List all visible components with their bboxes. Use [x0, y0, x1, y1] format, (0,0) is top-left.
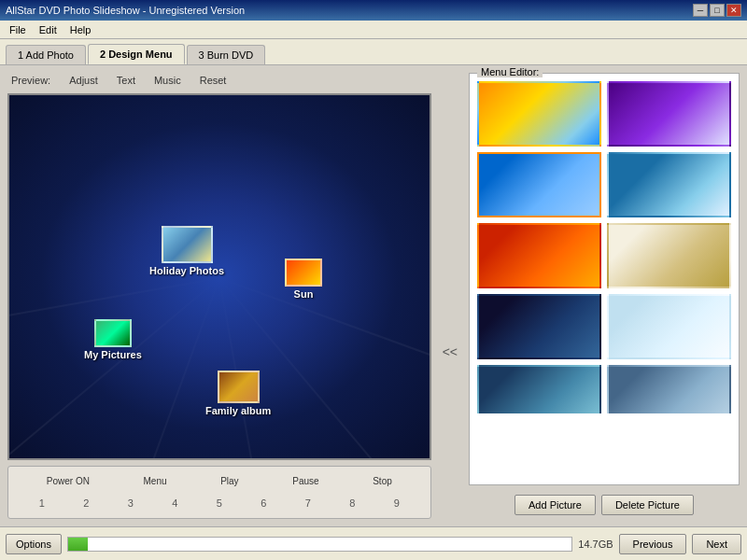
menu-editor-box: Menu Editor: [469, 73, 740, 485]
toolbar-text[interactable]: Text [117, 75, 135, 86]
dvd-num-8[interactable]: 8 [345, 496, 359, 511]
preview-area: Holiday Photos Sun My Pictures Family al… [7, 93, 431, 460]
preview-holiday-photos[interactable]: Holiday Photos [149, 226, 224, 276]
thumb-holiday [162, 226, 213, 263]
main-content: Preview: Adjust Text Music Reset Holiday… [0, 65, 747, 526]
options-button[interactable]: Options [6, 534, 62, 554]
label-holiday: Holiday Photos [149, 265, 224, 276]
tab-bar: 1 Add Photo 2 Design Menu 3 Burn DVD [0, 39, 747, 65]
editor-buttons: Add Picture Delete Picture [469, 491, 740, 519]
menu-thumb-3[interactable] [477, 152, 601, 217]
menu-thumb-10[interactable] [607, 365, 731, 413]
dvd-controls: Power ON Menu Play Pause Stop 1 2 3 4 5 … [7, 466, 431, 519]
menu-thumb-7[interactable] [477, 294, 601, 359]
dvd-pause[interactable]: Pause [289, 474, 322, 488]
toolbar-music[interactable]: Music [154, 75, 181, 86]
maximize-button[interactable]: □ [710, 4, 725, 17]
dvd-buttons-row: Power ON Menu Play Pause Stop [20, 474, 419, 488]
menu-thumb-9[interactable] [477, 365, 601, 413]
title-bar: AllStar DVD Photo Slideshow - Unregister… [0, 0, 747, 21]
label-sun: Sun [294, 288, 314, 300]
tab-add-photo[interactable]: 1 Add Photo [6, 45, 86, 64]
menu-bar: File Edit Help [0, 21, 747, 39]
menu-thumb-6[interactable] [607, 223, 731, 288]
menu-thumb-1[interactable] [477, 81, 601, 147]
menu-edit[interactable]: Edit [34, 22, 63, 37]
thumb-mypic [94, 319, 132, 347]
title-text: AllStar DVD Photo Slideshow - Unregister… [6, 5, 245, 16]
menu-editor-label: Menu Editor: [477, 66, 543, 77]
tab-burn-dvd[interactable]: 3 Burn DVD [187, 45, 266, 64]
dvd-num-5[interactable]: 5 [213, 496, 226, 511]
dvd-num-4[interactable]: 4 [168, 496, 181, 511]
status-bar: Options 14.7GB Previous Next [0, 526, 747, 560]
menu-thumb-4[interactable] [607, 152, 731, 217]
storage-label: 14.7GB [578, 539, 613, 550]
toolbar-row: Preview: Adjust Text Music Reset [7, 73, 431, 88]
dvd-num-6[interactable]: 6 [257, 496, 270, 511]
thumbs-grid [473, 77, 735, 413]
dvd-stop[interactable]: Stop [369, 474, 396, 488]
menu-thumb-2[interactable] [607, 81, 731, 147]
preview-sun[interactable]: Sun [285, 259, 322, 300]
left-panel: Preview: Adjust Text Music Reset Holiday… [7, 73, 431, 519]
previous-button[interactable]: Previous [619, 534, 687, 554]
menu-thumb-8[interactable] [607, 294, 731, 359]
thumb-family [218, 371, 260, 403]
dvd-power-on[interactable]: Power ON [43, 474, 93, 488]
preview-family-album[interactable]: Family album [205, 371, 271, 416]
thumb-sun [285, 259, 322, 287]
dvd-numbers-row: 1 2 3 4 5 6 7 8 9 [20, 496, 419, 511]
dvd-menu[interactable]: Menu [140, 474, 171, 488]
label-mypictures: My Pictures [84, 349, 142, 360]
toolbar-adjust[interactable]: Adjust [69, 75, 98, 86]
dvd-num-2[interactable]: 2 [79, 496, 92, 511]
window-controls: ─ □ ✕ [693, 4, 741, 17]
label-family: Family album [205, 405, 271, 416]
dvd-num-7[interactable]: 7 [302, 496, 315, 511]
add-picture-button[interactable]: Add Picture [514, 495, 596, 515]
toolbar-reset[interactable]: Reset [200, 75, 227, 86]
progress-fill [68, 538, 89, 551]
dvd-num-3[interactable]: 3 [124, 496, 137, 511]
menu-file[interactable]: File [4, 22, 32, 37]
collapse-arrow-button[interactable]: << [439, 185, 461, 519]
close-button[interactable]: ✕ [726, 4, 741, 17]
right-panel: Menu Editor: Add Picture Delete Picture [469, 73, 740, 519]
dvd-num-9[interactable]: 9 [390, 496, 403, 511]
progress-bar [67, 537, 572, 552]
next-button[interactable]: Next [692, 534, 741, 554]
delete-picture-button[interactable]: Delete Picture [601, 495, 694, 515]
dvd-play[interactable]: Play [217, 474, 242, 488]
preview-my-pictures[interactable]: My Pictures [84, 319, 142, 360]
dvd-num-1[interactable]: 1 [35, 496, 49, 511]
minimize-button[interactable]: ─ [693, 4, 708, 17]
menu-thumb-5[interactable] [477, 223, 601, 288]
toolbar-preview-label: Preview: [11, 75, 50, 86]
app-title: AllStar DVD Photo Slideshow - Unregister… [6, 5, 245, 16]
menu-help[interactable]: Help [64, 22, 97, 37]
tab-design-menu[interactable]: 2 Design Menu [88, 44, 185, 64]
